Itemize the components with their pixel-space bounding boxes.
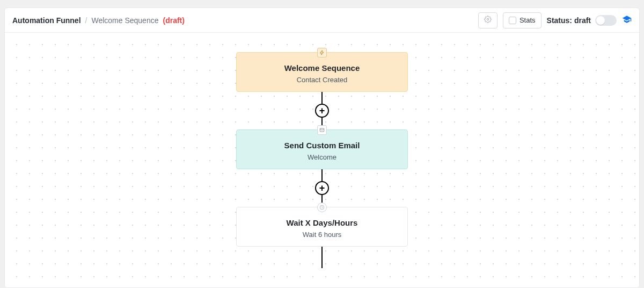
status-wrap: Status: draft <box>547 15 617 26</box>
add-step-button[interactable]: + <box>315 104 329 118</box>
trigger-subtitle: Contact Created <box>243 76 401 84</box>
breadcrumb-current: Welcome Sequence <box>91 16 158 25</box>
connector-line <box>321 92 323 104</box>
settings-button[interactable] <box>478 12 497 28</box>
clock-icon <box>317 203 327 212</box>
status-label: Status: draft <box>547 16 591 25</box>
svg-rect-1 <box>320 128 324 132</box>
email-subtitle: Welcome <box>243 153 401 161</box>
help-button[interactable] <box>622 15 632 26</box>
canvas[interactable]: Welcome Sequence Contact Created + Send … <box>5 33 639 288</box>
stats-checkbox[interactable] <box>509 17 516 24</box>
status-toggle[interactable] <box>595 15 617 26</box>
connector-line <box>321 169 323 181</box>
email-title: Send Custom Email <box>243 141 401 150</box>
header: Automation Funnel / Welcome Sequence (dr… <box>5 8 639 33</box>
trigger-node[interactable]: Welcome Sequence Contact Created <box>236 52 408 92</box>
breadcrumb: Automation Funnel / Welcome Sequence (dr… <box>12 16 185 25</box>
email-icon <box>317 125 327 135</box>
stats-label: Stats <box>519 16 536 24</box>
plus-icon: + <box>319 183 325 193</box>
stats-button[interactable]: Stats <box>503 12 541 28</box>
flow-column: Welcome Sequence Contact Created + Send … <box>236 52 408 268</box>
toggle-knob <box>596 16 605 25</box>
lightning-icon <box>317 48 327 57</box>
wait-subtitle: Wait 6 hours <box>243 231 401 239</box>
svg-point-0 <box>487 18 489 20</box>
app-frame: Automation Funnel / Welcome Sequence (dr… <box>4 8 640 288</box>
connector-line <box>321 247 323 268</box>
breadcrumb-root[interactable]: Automation Funnel <box>12 16 81 25</box>
email-node[interactable]: Send Custom Email Welcome <box>236 129 408 169</box>
plus-icon: + <box>319 106 325 116</box>
breadcrumb-separator: / <box>85 16 87 25</box>
graduation-cap-icon <box>622 17 632 26</box>
wait-title: Wait X Days/Hours <box>243 218 401 227</box>
breadcrumb-draft-badge: (draft) <box>163 16 184 25</box>
trigger-title: Welcome Sequence <box>243 63 401 73</box>
gear-icon <box>484 16 492 25</box>
wait-node[interactable]: Wait X Days/Hours Wait 6 hours <box>236 207 408 247</box>
add-step-button[interactable]: + <box>315 181 329 195</box>
